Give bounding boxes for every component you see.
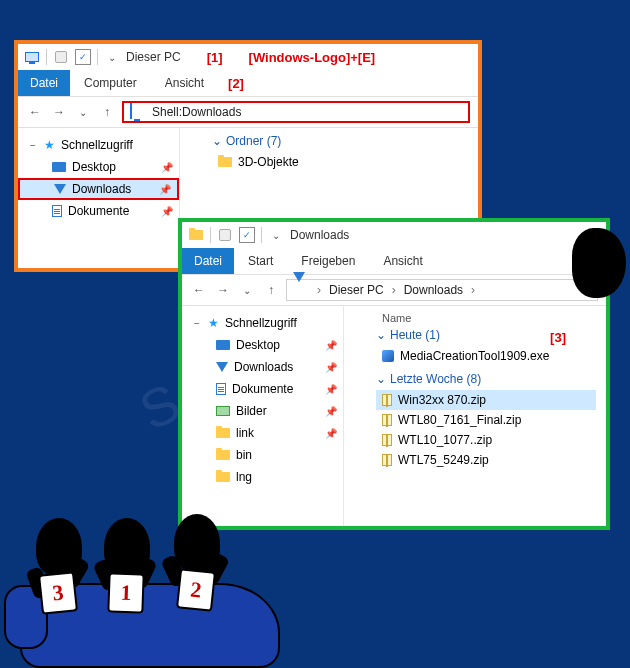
tree-item-downloads[interactable]: Downloads📌	[182, 356, 343, 378]
downloads-icon	[216, 362, 228, 372]
annotation-1-text: [Windows-Logo]+[E]	[249, 50, 376, 65]
titlebar: ✓ Dieser PC [1] [Windows-Logo]+[E]	[18, 44, 478, 70]
tree-item-bin[interactable]: bin	[182, 444, 343, 466]
pin-icon: 📌	[325, 362, 337, 373]
ribbon-tabs: Datei Start Freigeben Ansicht	[182, 248, 606, 274]
tree-label: Schnellzugriff	[225, 316, 297, 330]
tree-item-desktop[interactable]: Desktop 📌	[18, 156, 179, 178]
tree-item-documents[interactable]: Dokumente📌	[182, 378, 343, 400]
address-bar: ← → ↑ Shell:Downloads	[18, 96, 478, 128]
titlebar: ✓ Downloads	[182, 222, 606, 248]
file-label: WTL10_1077..zip	[398, 433, 492, 447]
score-card-1: 1	[107, 572, 144, 613]
group-header-folders[interactable]: ⌄ Ordner (7)	[212, 134, 468, 148]
navigation-tree: − ★ Schnellzugriff Desktop📌 Downloads📌 D…	[182, 306, 344, 526]
column-header-name[interactable]: Name	[376, 312, 596, 324]
pin-icon: 📌	[325, 340, 337, 351]
file-menu[interactable]: Datei	[182, 248, 234, 274]
quick-dropdown-icon[interactable]	[268, 227, 284, 243]
tree-label: Downloads	[72, 182, 131, 196]
zip-icon	[382, 434, 392, 446]
up-button[interactable]: ↑	[98, 103, 116, 121]
annotation-2: [2]	[228, 76, 244, 91]
tree-label: link	[236, 426, 254, 440]
forward-button[interactable]: →	[214, 281, 232, 299]
address-text: Shell:Downloads	[152, 105, 241, 119]
folder-icon	[216, 450, 230, 460]
file-item[interactable]: WTL10_1077..zip	[376, 430, 596, 450]
documents-icon	[216, 383, 226, 395]
forward-button[interactable]: →	[50, 103, 68, 121]
collapse-icon[interactable]: −	[28, 140, 38, 151]
tree-label: bin	[236, 448, 252, 462]
tab-start[interactable]: Start	[234, 248, 287, 274]
tree-label: Bilder	[236, 404, 267, 418]
tab-share[interactable]: Freigeben	[287, 248, 369, 274]
annotation-3: [3]	[550, 330, 566, 345]
pin-icon: 📌	[325, 384, 337, 395]
quick-check-icon[interactable]: ✓	[239, 227, 255, 243]
file-item[interactable]: WTL75_5249.zip	[376, 450, 596, 470]
file-label: Win32xx 870.zip	[398, 393, 486, 407]
quick-save-icon[interactable]	[217, 227, 233, 243]
folder-icon	[218, 157, 232, 167]
tree-label: Dokumente	[68, 204, 129, 218]
collapse-icon[interactable]: −	[192, 318, 202, 329]
tree-item-link[interactable]: link📌	[182, 422, 343, 444]
tree-label: Downloads	[234, 360, 293, 374]
file-item[interactable]: WTL80_7161_Final.zip	[376, 410, 596, 430]
up-button[interactable]: ↑	[262, 281, 280, 299]
group-header-lastweek[interactable]: ⌄Letzte Woche (8)	[376, 372, 596, 386]
ribbon-tabs: Datei Computer Ansicht [2]	[18, 70, 478, 96]
tree-label: Dokumente	[232, 382, 293, 396]
exe-icon	[382, 350, 394, 362]
history-dropdown[interactable]	[74, 103, 92, 121]
file-item[interactable]: Win32xx 870.zip	[376, 390, 596, 410]
downloads-icon	[293, 282, 309, 298]
crumb-downloads[interactable]: Downloads	[404, 283, 463, 297]
tab-computer[interactable]: Computer	[70, 70, 151, 96]
content-pane: Name [3] ⌄Heute (1) MediaCreationTool190…	[344, 306, 606, 526]
explorer-window-downloads: ✓ Downloads Datei Start Freigeben Ansich…	[178, 218, 610, 530]
desktop-icon	[52, 162, 66, 172]
tree-item-documents[interactable]: Dokumente 📌	[18, 200, 179, 222]
tab-view[interactable]: Ansicht	[369, 248, 436, 274]
quick-check-icon[interactable]: ✓	[75, 49, 91, 65]
crumb-thispc[interactable]: Dieser PC	[329, 283, 384, 297]
quick-dropdown-icon[interactable]	[104, 49, 120, 65]
tree-root-quickaccess[interactable]: − ★ Schnellzugriff	[182, 312, 343, 334]
address-input[interactable]: Shell:Downloads	[122, 101, 470, 123]
file-label: WTL75_5249.zip	[398, 453, 489, 467]
tree-item-lng[interactable]: lng	[182, 466, 343, 488]
tab-view[interactable]: Ansicht	[151, 70, 218, 96]
tree-item-pictures[interactable]: Bilder📌	[182, 400, 343, 422]
tree-label: lng	[236, 470, 252, 484]
tree-label: Schnellzugriff	[61, 138, 133, 152]
pin-icon: 📌	[325, 428, 337, 439]
star-icon: ★	[44, 138, 55, 152]
monitor-icon	[130, 104, 146, 120]
pictures-icon	[216, 406, 230, 416]
quick-save-icon[interactable]	[53, 49, 69, 65]
back-button[interactable]: ←	[26, 103, 44, 121]
navigation-tree: − ★ Schnellzugriff Desktop 📌 Downloads 📌…	[18, 128, 180, 268]
decorative-figure	[572, 228, 626, 298]
documents-icon	[52, 205, 62, 217]
tree-item-desktop[interactable]: Desktop📌	[182, 334, 343, 356]
breadcrumb-bar[interactable]: › Dieser PC › Downloads ›	[286, 279, 598, 301]
tree-root-quickaccess[interactable]: − ★ Schnellzugriff	[18, 134, 179, 156]
desktop-icon	[216, 340, 230, 350]
score-card-2: 2	[176, 568, 216, 612]
address-bar: ← → ↑ › Dieser PC › Downloads ›	[182, 274, 606, 306]
folder-item[interactable]: 3D-Objekte	[212, 152, 468, 172]
pin-icon: 📌	[159, 184, 171, 195]
window-title: Dieser PC	[126, 50, 181, 64]
history-dropdown[interactable]	[238, 281, 256, 299]
pin-icon: 📌	[161, 162, 173, 173]
file-item[interactable]: MediaCreationTool1909.exe	[376, 346, 596, 366]
back-button[interactable]: ←	[190, 281, 208, 299]
folder-icon	[216, 472, 230, 482]
tree-item-downloads[interactable]: Downloads 📌	[18, 178, 179, 200]
file-menu[interactable]: Datei	[18, 70, 70, 96]
app-icon	[24, 49, 40, 65]
